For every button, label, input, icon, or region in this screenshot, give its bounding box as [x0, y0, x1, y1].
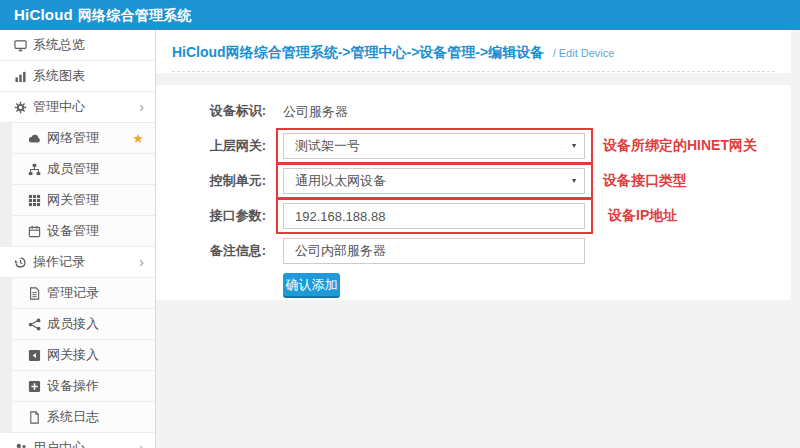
sidebar-item-gateway-management[interactable]: 网关管理 [12, 185, 155, 216]
edit-device-form: 设备标识: 公司服务器 上层网关: 测试架一号 ▾ 设备所绑定的HINET网关 … [156, 85, 791, 300]
sidebar-item-device-operation[interactable]: 设备操作 [12, 371, 155, 402]
chevron-right-icon: › [139, 441, 144, 448]
sidebar-item-label: 系统日志 [47, 408, 99, 426]
sidebar-item-label: 网关接入 [47, 346, 99, 364]
plus-square-icon [27, 379, 41, 393]
desktop-icon [13, 38, 27, 52]
form-row-gateway: 上层网关: 测试架一号 ▾ 设备所绑定的HINET网关 [156, 133, 791, 159]
sidebar-item-label: 用户中心 [33, 439, 85, 448]
control-unit-selected-value: 通用以太网设备 [295, 172, 386, 190]
sidebar-item-label: 网关管理 [47, 191, 99, 209]
sidebar-item-label: 成员接入 [47, 315, 99, 333]
caret-square-left-icon [27, 348, 41, 362]
device-id-value: 公司服务器 [283, 104, 348, 119]
sidebar-item-system-charts[interactable]: 系统图表 [0, 61, 155, 92]
control-unit-annotation: 设备接口类型 [603, 172, 687, 190]
app-header: HiCloud网络综合管理系统 [0, 0, 800, 30]
caret-down-icon: ▾ [572, 142, 576, 150]
sidebar-item-system-log[interactable]: 系统日志 [12, 402, 155, 433]
form-row-interface-param: 接口参数: 设备IP地址 [156, 203, 791, 229]
interface-param-label: 接口参数: [156, 207, 266, 225]
sidebar-item-network-management[interactable]: 网络管理 ★ [12, 123, 155, 154]
sidebar-item-label: 系统图表 [33, 67, 85, 85]
sidebar-item-label: 设备操作 [47, 377, 99, 395]
sidebar-item-system-overview[interactable]: 系统总览 [0, 30, 155, 61]
app-title-brand: HiCloud [14, 6, 73, 23]
control-unit-label: 控制单元: [156, 172, 266, 190]
sidebar-item-operation-records[interactable]: 操作记录 › [0, 247, 155, 278]
bar-chart-icon [13, 69, 27, 83]
form-row-remark: 备注信息: [156, 238, 791, 264]
sidebar-item-member-management[interactable]: 成员管理 [12, 154, 155, 185]
sidebar-submenu-management: 网络管理 ★ 成员管理 网关管理 设备管理 [0, 123, 155, 247]
sidebar-item-label: 系统总览 [33, 36, 85, 54]
sitemap-icon [27, 162, 41, 176]
gateway-select[interactable]: 测试架一号 ▾ [283, 133, 585, 159]
calendar-icon [27, 224, 41, 238]
sidebar-item-member-access[interactable]: 成员接入 [12, 309, 155, 340]
form-row-control-unit: 控制单元: 通用以太网设备 ▾ 设备接口类型 [156, 168, 791, 194]
sidebar-item-label: 网络管理 [47, 129, 99, 147]
history-icon [13, 255, 27, 269]
remark-input[interactable] [283, 238, 585, 264]
chevron-right-icon: › [139, 255, 144, 269]
sidebar-item-label: 成员管理 [47, 160, 99, 178]
confirm-add-button[interactable]: 确认添加 [283, 273, 340, 298]
share-icon [27, 317, 41, 331]
breadcrumb-path[interactable]: HiCloud网络综合管理系统->管理中心->设备管理->编辑设备 [172, 44, 544, 60]
sidebar-item-management-records[interactable]: 管理记录 [12, 278, 155, 309]
user-icon [13, 441, 27, 448]
star-icon: ★ [132, 132, 144, 145]
file-text-icon [27, 286, 41, 300]
sidebar: 系统总览 系统图表 管理中心 › 网络管理 ★ 成员管理 网关管理 [0, 30, 156, 448]
gateway-selected-value: 测试架一号 [295, 137, 360, 155]
chevron-right-icon: › [139, 100, 144, 114]
app-window: HiCloud网络综合管理系统 系统总览 系统图表 管理中心 › 网络管理 ★ [0, 0, 800, 448]
interface-param-annotation: 设备IP地址 [608, 207, 677, 225]
sidebar-item-label: 操作记录 [33, 253, 85, 271]
main-content: HiCloud网络综合管理系统->管理中心->设备管理->编辑设备 / Edit… [156, 30, 800, 448]
file-icon [27, 410, 41, 424]
sidebar-item-user-center[interactable]: 用户中心 › [0, 433, 155, 448]
gateway-label: 上层网关: [156, 137, 266, 155]
app-title-cn: 网络综合管理系统 [78, 7, 192, 23]
interface-param-input[interactable] [283, 203, 585, 229]
form-row-device-id: 设备标识: 公司服务器 [156, 98, 791, 124]
app-title: HiCloud网络综合管理系统 [14, 6, 192, 25]
remark-label: 备注信息: [156, 242, 266, 260]
sidebar-item-label: 管理记录 [47, 284, 99, 302]
cloud-icon [27, 131, 41, 145]
sidebar-item-device-management[interactable]: 设备管理 [12, 216, 155, 247]
sidebar-item-gateway-access[interactable]: 网关接入 [12, 340, 155, 371]
caret-down-icon: ▾ [572, 177, 576, 185]
cogs-icon [13, 100, 27, 114]
gateway-annotation: 设备所绑定的HINET网关 [603, 137, 757, 155]
sidebar-item-label: 设备管理 [47, 222, 99, 240]
breadcrumb-bar: HiCloud网络综合管理系统->管理中心->设备管理->编辑设备 / Edit… [156, 30, 791, 73]
sidebar-item-management-center[interactable]: 管理中心 › [0, 92, 155, 123]
breadcrumb-suffix: / Edit Device [553, 47, 615, 59]
control-unit-select[interactable]: 通用以太网设备 ▾ [283, 168, 585, 194]
sidebar-item-label: 管理中心 [33, 98, 85, 116]
breadcrumb: HiCloud网络综合管理系统->管理中心->设备管理->编辑设备 / Edit… [172, 43, 775, 72]
device-id-label: 设备标识: [156, 102, 266, 120]
grid-icon [27, 193, 41, 207]
sidebar-submenu-records: 管理记录 成员接入 网关接入 设备操作 系统日志 [0, 278, 155, 433]
